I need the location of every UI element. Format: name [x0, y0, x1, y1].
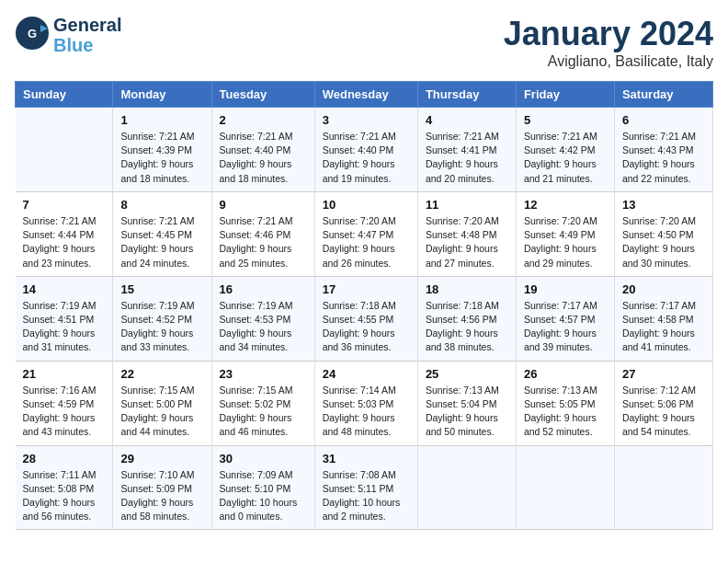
- logo-general: General: [53, 15, 121, 35]
- day-number: 6: [622, 113, 705, 127]
- calendar-cell: 26Sunrise: 7:13 AMSunset: 5:05 PMDayligh…: [516, 361, 614, 445]
- day-info: Sunrise: 7:19 AMSunset: 4:53 PMDaylight:…: [220, 299, 307, 355]
- calendar-cell: [516, 445, 614, 530]
- calendar-cell: 16Sunrise: 7:19 AMSunset: 4:53 PMDayligh…: [211, 276, 314, 361]
- title-block: January 2024 Avigliano, Basilicate, Ital…: [504, 15, 713, 70]
- day-info: Sunrise: 7:21 AMSunset: 4:45 PMDaylight:…: [120, 214, 203, 270]
- day-number: 30: [220, 452, 307, 465]
- day-number: 26: [524, 367, 607, 381]
- calendar-cell: 4Sunrise: 7:21 AMSunset: 4:41 PMDaylight…: [417, 108, 516, 192]
- day-info: Sunrise: 7:13 AMSunset: 5:04 PMDaylight:…: [426, 384, 508, 440]
- week-row-1: 1Sunrise: 7:21 AMSunset: 4:39 PMDaylight…: [16, 108, 713, 192]
- svg-text:G: G: [28, 27, 37, 40]
- logo: G General Blue: [15, 15, 121, 55]
- day-number: 17: [323, 282, 410, 296]
- calendar-cell: 28Sunrise: 7:11 AMSunset: 5:08 PMDayligh…: [16, 445, 113, 530]
- calendar-cell: [417, 445, 516, 530]
- day-number: 18: [426, 282, 508, 296]
- calendar-cell: 13Sunrise: 7:20 AMSunset: 4:50 PMDayligh…: [614, 191, 712, 276]
- day-info: Sunrise: 7:20 AMSunset: 4:49 PMDaylight:…: [524, 214, 607, 270]
- calendar-table: SundayMondayTuesdayWednesdayThursdayFrid…: [15, 81, 713, 530]
- day-number: 4: [426, 113, 508, 127]
- day-number: 19: [524, 282, 607, 296]
- day-number: 27: [622, 367, 705, 381]
- day-info: Sunrise: 7:13 AMSunset: 5:05 PMDaylight:…: [524, 384, 607, 440]
- day-info: Sunrise: 7:21 AMSunset: 4:39 PMDaylight:…: [120, 130, 203, 186]
- day-number: 13: [622, 198, 705, 212]
- day-info: Sunrise: 7:21 AMSunset: 4:43 PMDaylight:…: [622, 130, 705, 186]
- day-info: Sunrise: 7:09 AMSunset: 5:10 PMDaylight:…: [220, 468, 307, 524]
- calendar-cell: 20Sunrise: 7:17 AMSunset: 4:58 PMDayligh…: [614, 276, 712, 361]
- day-info: Sunrise: 7:17 AMSunset: 4:57 PMDaylight:…: [524, 299, 607, 355]
- day-number: 12: [524, 198, 607, 212]
- day-number: 9: [220, 198, 307, 212]
- day-number: 5: [524, 113, 607, 127]
- calendar-cell: 6Sunrise: 7:21 AMSunset: 4:43 PMDaylight…: [614, 108, 712, 192]
- day-info: Sunrise: 7:15 AMSunset: 5:02 PMDaylight:…: [220, 384, 307, 440]
- calendar-cell: 9Sunrise: 7:21 AMSunset: 4:46 PMDaylight…: [211, 191, 314, 276]
- calendar-cell: 25Sunrise: 7:13 AMSunset: 5:04 PMDayligh…: [417, 361, 516, 445]
- week-row-5: 28Sunrise: 7:11 AMSunset: 5:08 PMDayligh…: [16, 445, 713, 530]
- calendar-header-row: SundayMondayTuesdayWednesdayThursdayFrid…: [16, 82, 713, 108]
- day-info: Sunrise: 7:19 AMSunset: 4:52 PMDaylight:…: [120, 299, 203, 355]
- logo-icon: G: [15, 16, 50, 51]
- day-number: 3: [323, 113, 410, 127]
- calendar-cell: 19Sunrise: 7:17 AMSunset: 4:57 PMDayligh…: [516, 276, 614, 361]
- day-number: 20: [622, 282, 705, 296]
- week-row-4: 21Sunrise: 7:16 AMSunset: 4:59 PMDayligh…: [16, 361, 713, 445]
- month-title: January 2024: [504, 15, 713, 53]
- location-subtitle: Avigliano, Basilicate, Italy: [504, 53, 713, 70]
- day-number: 21: [23, 367, 106, 381]
- col-header-monday: Monday: [113, 82, 211, 108]
- calendar-cell: 5Sunrise: 7:21 AMSunset: 4:42 PMDaylight…: [516, 108, 614, 192]
- logo-blue: Blue: [53, 35, 121, 55]
- calendar-cell: 1Sunrise: 7:21 AMSunset: 4:39 PMDaylight…: [113, 108, 211, 192]
- calendar-cell: 15Sunrise: 7:19 AMSunset: 4:52 PMDayligh…: [113, 276, 211, 361]
- col-header-thursday: Thursday: [417, 82, 516, 108]
- day-info: Sunrise: 7:21 AMSunset: 4:40 PMDaylight:…: [220, 130, 307, 186]
- week-row-2: 7Sunrise: 7:21 AMSunset: 4:44 PMDaylight…: [16, 191, 713, 276]
- day-info: Sunrise: 7:20 AMSunset: 4:47 PMDaylight:…: [323, 214, 410, 270]
- day-number: 16: [220, 282, 307, 296]
- day-number: 14: [23, 282, 106, 296]
- day-number: 24: [323, 367, 410, 381]
- day-info: Sunrise: 7:11 AMSunset: 5:08 PMDaylight:…: [23, 468, 106, 524]
- col-header-saturday: Saturday: [614, 82, 712, 108]
- calendar-cell: 24Sunrise: 7:14 AMSunset: 5:03 PMDayligh…: [314, 361, 417, 445]
- col-header-friday: Friday: [516, 82, 614, 108]
- day-number: 11: [426, 198, 508, 212]
- col-header-sunday: Sunday: [16, 82, 113, 108]
- calendar-cell: 29Sunrise: 7:10 AMSunset: 5:09 PMDayligh…: [113, 445, 211, 530]
- calendar-cell: 23Sunrise: 7:15 AMSunset: 5:02 PMDayligh…: [211, 361, 314, 445]
- calendar-cell: 8Sunrise: 7:21 AMSunset: 4:45 PMDaylight…: [113, 191, 211, 276]
- calendar-cell: 31Sunrise: 7:08 AMSunset: 5:11 PMDayligh…: [314, 445, 417, 530]
- day-info: Sunrise: 7:21 AMSunset: 4:42 PMDaylight:…: [524, 130, 607, 186]
- day-info: Sunrise: 7:20 AMSunset: 4:48 PMDaylight:…: [426, 214, 508, 270]
- calendar-cell: 21Sunrise: 7:16 AMSunset: 4:59 PMDayligh…: [16, 361, 113, 445]
- day-number: 7: [23, 198, 106, 212]
- calendar-cell: [614, 445, 712, 530]
- day-info: Sunrise: 7:18 AMSunset: 4:55 PMDaylight:…: [323, 299, 410, 355]
- day-info: Sunrise: 7:16 AMSunset: 4:59 PMDaylight:…: [23, 384, 106, 440]
- day-number: 25: [426, 367, 508, 381]
- day-number: 8: [120, 198, 203, 212]
- calendar-cell: 17Sunrise: 7:18 AMSunset: 4:55 PMDayligh…: [314, 276, 417, 361]
- calendar-cell: 3Sunrise: 7:21 AMSunset: 4:40 PMDaylight…: [314, 108, 417, 192]
- day-info: Sunrise: 7:17 AMSunset: 4:58 PMDaylight:…: [622, 299, 705, 355]
- calendar-cell: 2Sunrise: 7:21 AMSunset: 4:40 PMDaylight…: [211, 108, 314, 192]
- day-number: 23: [220, 367, 307, 381]
- calendar-cell: 27Sunrise: 7:12 AMSunset: 5:06 PMDayligh…: [614, 361, 712, 445]
- day-number: 31: [323, 452, 410, 465]
- day-info: Sunrise: 7:18 AMSunset: 4:56 PMDaylight:…: [426, 299, 508, 355]
- col-header-tuesday: Tuesday: [211, 82, 314, 108]
- day-number: 29: [120, 452, 203, 465]
- calendar-cell: 14Sunrise: 7:19 AMSunset: 4:51 PMDayligh…: [16, 276, 113, 361]
- calendar-cell: 22Sunrise: 7:15 AMSunset: 5:00 PMDayligh…: [113, 361, 211, 445]
- day-info: Sunrise: 7:10 AMSunset: 5:09 PMDaylight:…: [120, 468, 203, 524]
- page-header: G General Blue January 2024 Avigliano, B…: [15, 15, 713, 70]
- col-header-wednesday: Wednesday: [314, 82, 417, 108]
- day-info: Sunrise: 7:21 AMSunset: 4:44 PMDaylight:…: [23, 214, 106, 270]
- day-info: Sunrise: 7:21 AMSunset: 4:41 PMDaylight:…: [426, 130, 508, 186]
- calendar-cell: 7Sunrise: 7:21 AMSunset: 4:44 PMDaylight…: [16, 191, 113, 276]
- day-number: 28: [23, 452, 106, 465]
